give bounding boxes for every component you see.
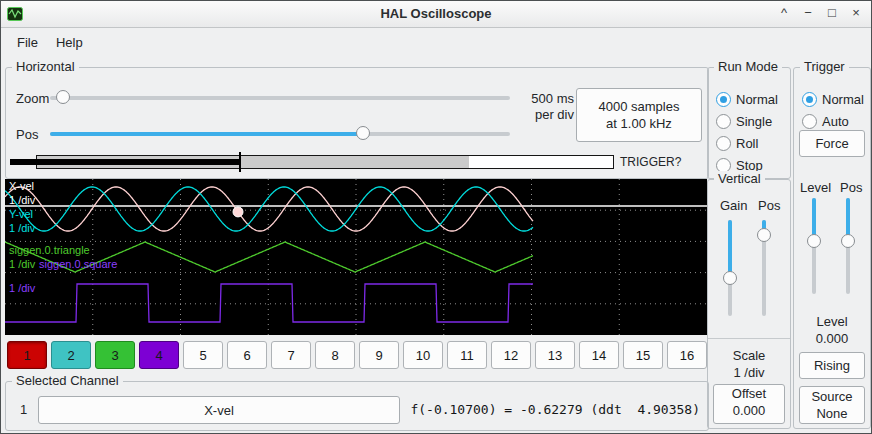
window-title: HAL Oscilloscope xyxy=(1,6,871,21)
channel-button-6[interactable]: 6 xyxy=(227,341,267,369)
channel-button-12[interactable]: 12 xyxy=(491,341,531,369)
pos-slider-handle[interactable] xyxy=(356,126,370,140)
channel-buttons-row: 12345678910111213141516 xyxy=(7,341,707,369)
trigger-level-col-label: Level xyxy=(800,180,831,195)
samples-button[interactable]: 4000 samples at 1.00 kHz xyxy=(576,88,702,142)
selected-channel-number: 1 xyxy=(20,402,27,417)
scope-label: siggen.0.square xyxy=(39,258,117,270)
runmode-roll-label: Roll xyxy=(736,136,758,151)
selected-channel-group: Selected Channel 1 X-vel f(-0.10700) = -… xyxy=(5,381,709,431)
scope-label: 1 /div xyxy=(9,258,35,270)
run-mode-group: Run Mode Normal Single Roll Stop xyxy=(707,67,791,179)
channel-button-14[interactable]: 14 xyxy=(579,341,619,369)
channel-button-15[interactable]: 15 xyxy=(623,341,663,369)
trigger-level-slider[interactable] xyxy=(806,198,822,294)
trigger-group: Trigger Normal Auto Force Level Pos Leve… xyxy=(793,67,871,429)
channel-button-4[interactable]: 4 xyxy=(139,341,179,369)
channel-value-readout: f(-0.10700) = -0.62279 (ddt 4.90358) xyxy=(410,402,700,417)
pos-slider[interactable] xyxy=(50,124,510,142)
menu-file[interactable]: File xyxy=(8,31,47,54)
zoom-slider[interactable] xyxy=(50,88,510,106)
trigger-pos-col-label: Pos xyxy=(840,180,862,195)
timeline-view-region xyxy=(10,159,240,165)
channel-button-1[interactable]: 1 xyxy=(7,341,47,369)
vertical-pos-handle[interactable] xyxy=(757,228,771,242)
sample-rate-label: 500 ms per div xyxy=(500,91,574,123)
scale-label: Scale xyxy=(708,348,790,363)
scope-traces xyxy=(5,179,707,335)
slider-fill xyxy=(728,220,732,278)
menu-bar: File Help xyxy=(2,27,870,57)
maximize-icon[interactable]: □ xyxy=(825,5,839,20)
trigger-level-label: Level xyxy=(794,314,870,329)
trigger-normal-label: Normal xyxy=(822,92,864,107)
trigger-radio-normal[interactable]: Normal xyxy=(802,90,864,108)
trigger-status-label: TRIGGER? xyxy=(620,155,681,169)
gain-label: Gain xyxy=(720,198,747,213)
close-icon[interactable]: × xyxy=(849,5,863,20)
channel-button-2[interactable]: 2 xyxy=(51,341,91,369)
zoom-label: Zoom xyxy=(16,91,49,106)
run-mode-group-title: Run Mode xyxy=(714,59,782,74)
runmode-radio-single[interactable]: Single xyxy=(716,112,772,130)
gain-slider-handle[interactable] xyxy=(723,271,737,285)
scope-label: 1 /div xyxy=(9,222,35,234)
pos-label: Pos xyxy=(16,127,38,142)
trigger-edge-button[interactable]: Rising xyxy=(799,352,865,379)
channel-button-8[interactable]: 8 xyxy=(315,341,355,369)
channel-button-9[interactable]: 9 xyxy=(359,341,399,369)
zoom-slider-track xyxy=(50,96,510,100)
channel-button-11[interactable]: 11 xyxy=(447,341,487,369)
vertical-pos-slider[interactable] xyxy=(756,220,772,316)
scope-display[interactable]: X-vel1 /divY-vel1 /divsiggen.0.triangle1… xyxy=(5,179,707,335)
trigger-level-handle[interactable] xyxy=(807,234,821,248)
radio-checked-icon xyxy=(716,92,731,107)
vertical-group-title: Vertical xyxy=(714,171,765,186)
trigger-source-button[interactable]: Source None xyxy=(799,386,865,424)
scope-label: 1 /div xyxy=(9,282,35,294)
horizontal-group-title: Horizontal xyxy=(12,59,79,74)
scope-label: X-vel xyxy=(9,180,34,192)
vertical-pos-label: Pos xyxy=(758,198,780,213)
trigger-pos-slider[interactable] xyxy=(840,198,856,294)
offset-button[interactable]: Offset 0.000 xyxy=(713,384,785,424)
selected-channel-group-title: Selected Channel xyxy=(12,373,123,388)
channel-button-10[interactable]: 10 xyxy=(403,341,443,369)
app-window: HAL Oscilloscope ^ − □ × File Help Horiz… xyxy=(0,0,872,434)
trigger-group-title: Trigger xyxy=(800,59,849,74)
scope-label: 1 /div xyxy=(9,194,35,206)
channel-button-3[interactable]: 3 xyxy=(95,341,135,369)
trigger-radio-auto[interactable]: Auto xyxy=(802,112,849,130)
channel-button-16[interactable]: 16 xyxy=(667,341,707,369)
zoom-slider-handle[interactable] xyxy=(56,90,70,104)
runmode-normal-label: Normal xyxy=(736,92,778,107)
radio-icon xyxy=(802,114,817,129)
menu-help[interactable]: Help xyxy=(47,31,92,54)
trigger-level-value: 0.000 xyxy=(794,331,870,346)
trigger-pos-handle[interactable] xyxy=(841,234,855,248)
record-timeline[interactable] xyxy=(10,152,614,172)
minimize-icon[interactable]: − xyxy=(801,5,815,20)
radio-icon xyxy=(716,136,731,151)
pos-slider-fill xyxy=(50,132,363,136)
channel-button-13[interactable]: 13 xyxy=(535,341,575,369)
divider xyxy=(708,338,790,339)
runmode-radio-normal[interactable]: Normal xyxy=(716,90,778,108)
scope-label: Y-vel xyxy=(9,208,33,220)
trigger-auto-label: Auto xyxy=(822,114,849,129)
title-bar[interactable]: HAL Oscilloscope ^ − □ × xyxy=(1,1,871,28)
channel-name-button[interactable]: X-vel xyxy=(38,396,400,424)
radio-icon xyxy=(716,114,731,129)
runmode-radio-roll[interactable]: Roll xyxy=(716,134,758,152)
vertical-group: Vertical Gain Pos Scale 1 /div Offset 0.… xyxy=(707,179,791,429)
channel-button-7[interactable]: 7 xyxy=(271,341,311,369)
shade-icon[interactable]: ^ xyxy=(777,5,791,20)
gain-slider[interactable] xyxy=(722,220,738,316)
channel-button-5[interactable]: 5 xyxy=(183,341,223,369)
runmode-single-label: Single xyxy=(736,114,772,129)
scale-value: 1 /div xyxy=(708,365,790,380)
radio-checked-icon xyxy=(802,92,817,107)
scope-label: siggen.0.triangle xyxy=(9,244,90,256)
force-button[interactable]: Force xyxy=(799,130,865,157)
timeline-trigger-tick xyxy=(239,152,241,172)
